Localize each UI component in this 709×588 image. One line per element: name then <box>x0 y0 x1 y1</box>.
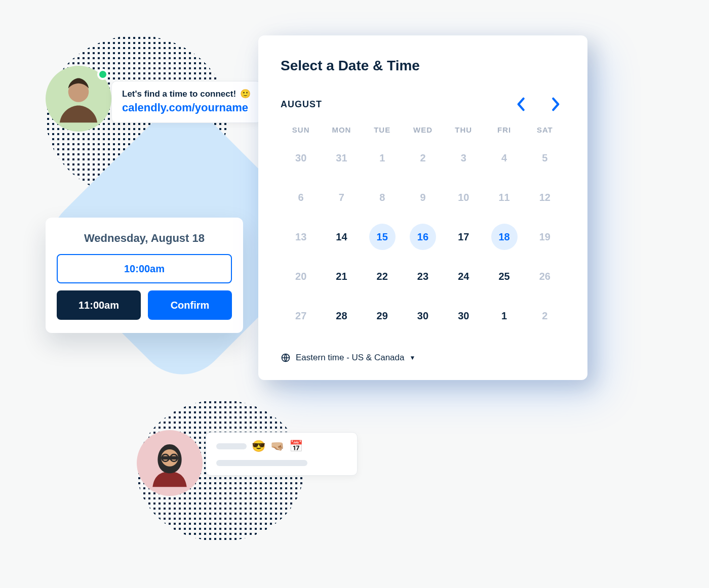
next-month-button[interactable] <box>547 95 565 113</box>
calendar-panel: Select a Date & Time AUGUST SUN MON TUE … <box>258 35 587 380</box>
calendar-day-disabled: 11 <box>484 192 524 203</box>
dropdown-caret-icon: ▼ <box>409 354 415 361</box>
calendar-week-row: 13141516171819 <box>281 217 565 257</box>
calendar-day[interactable]: 30 <box>443 310 484 322</box>
prev-month-button[interactable] <box>511 95 530 113</box>
calendar-day-number: 23 <box>417 271 428 282</box>
calendar-day-disabled: 2 <box>525 310 565 322</box>
calendar-week-row: 6789101112 <box>281 178 565 217</box>
calendar-day-disabled: 19 <box>525 231 565 243</box>
calendar-day-number: 2 <box>542 310 547 322</box>
time-picker-card: Wednesday, August 18 10:00am 11:00am Con… <box>46 218 243 333</box>
calendar-day-number: 16 <box>417 231 428 243</box>
calendar-day[interactable]: 28 <box>321 310 362 322</box>
calendar-day-number: 4 <box>501 152 507 164</box>
timezone-label: Eastern time - US & Canada <box>296 353 404 363</box>
calendar-day-number: 19 <box>539 231 550 243</box>
calendar-day-number: 21 <box>336 271 347 282</box>
calendar-grid: 3031123456789101112131415161718192021222… <box>281 138 565 335</box>
calendar-day[interactable]: 30 <box>403 310 443 322</box>
dow-fri: FRI <box>484 125 524 134</box>
calendar-day-number: 14 <box>336 231 347 243</box>
dow-sun: SUN <box>281 125 321 134</box>
person-icon <box>142 436 197 490</box>
calendar-day[interactable]: 21 <box>321 271 362 282</box>
calendar-day-disabled: 12 <box>525 192 565 203</box>
calendar-day-number: 30 <box>295 152 306 164</box>
dow-sat: SAT <box>525 125 565 134</box>
smile-emoji: 🙂 <box>240 89 251 99</box>
presence-online-dot <box>97 69 108 80</box>
chat-bubble-reply: 😎 🤜🏼 📅 <box>206 432 358 476</box>
calendar-day-available[interactable]: 15 <box>362 231 403 243</box>
calendar-day-number: 26 <box>539 271 550 282</box>
calendar-day-number: 15 <box>377 231 388 243</box>
calendar-day-disabled: 8 <box>362 192 403 203</box>
calendar-day-number: 8 <box>379 192 385 203</box>
calendar-day[interactable]: 24 <box>443 271 484 282</box>
calendar-day-disabled: 27 <box>281 310 321 322</box>
calendar-day-number: 29 <box>377 310 388 322</box>
time-slot-11am-selected[interactable]: 11:00am <box>57 290 141 320</box>
scheduling-link[interactable]: calendly.com/yourname <box>122 101 251 114</box>
calendar-day[interactable]: 23 <box>403 271 443 282</box>
calendar-weekday-header: SUN MON TUE WED THU FRI SAT <box>281 125 565 134</box>
dow-tue: TUE <box>362 125 403 134</box>
calendar-day[interactable]: 29 <box>362 310 403 322</box>
calendar-day-disabled: 9 <box>403 192 443 203</box>
calendar-day-number: 17 <box>458 231 469 243</box>
calendar-day-number: 25 <box>498 271 509 282</box>
calendar-day[interactable]: 1 <box>484 310 524 322</box>
calendar-day-number: 24 <box>458 271 469 282</box>
calendar-day-disabled: 3 <box>443 152 484 164</box>
calendar-day-number: 7 <box>339 192 344 203</box>
globe-icon <box>281 353 291 363</box>
calendar-week-row: 303112345 <box>281 138 565 178</box>
calendar-day-number: 3 <box>461 152 466 164</box>
timezone-selector[interactable]: Eastern time - US & Canada ▼ <box>281 353 565 363</box>
calendar-day-disabled: 5 <box>525 152 565 164</box>
calendar-month-label: AUGUST <box>281 99 322 110</box>
calendar-day-disabled: 4 <box>484 152 524 164</box>
calendar-day-number: 13 <box>295 231 306 243</box>
calendar-day-number: 27 <box>295 310 306 322</box>
dow-thu: THU <box>443 125 484 134</box>
calendar-day-number: 1 <box>379 152 385 164</box>
calendar-day-available[interactable]: 16 <box>403 231 443 243</box>
calendar-day-disabled: 30 <box>281 152 321 164</box>
calendar-day-disabled: 6 <box>281 192 321 203</box>
calendar-day[interactable]: 17 <box>443 231 484 243</box>
dow-wed: WED <box>403 125 443 134</box>
time-slot-10am[interactable]: 10:00am <box>57 254 232 283</box>
calendar-day-disabled: 1 <box>362 152 403 164</box>
svg-rect-3 <box>161 456 178 460</box>
calendar-day-number: 1 <box>501 310 507 322</box>
avatar-user-1 <box>46 66 111 132</box>
calendar-day-number: 11 <box>498 192 509 203</box>
calendar-day[interactable]: 14 <box>321 231 362 243</box>
calendar-day-number: 22 <box>377 271 388 282</box>
calendar-day-number: 18 <box>498 231 509 243</box>
calendar-day[interactable]: 22 <box>362 271 403 282</box>
calendar-day-number: 28 <box>336 310 347 322</box>
chat-prompt-text: Let's find a time to connect! <box>122 89 236 99</box>
confirm-button[interactable]: Confirm <box>148 290 232 320</box>
calendar-day-number: 2 <box>420 152 425 164</box>
calendar-day[interactable]: 25 <box>484 271 524 282</box>
calendar-day-available[interactable]: 18 <box>484 231 524 243</box>
calendar-day-number: 31 <box>336 152 347 164</box>
avatar-user-2 <box>137 430 203 496</box>
text-placeholder-line <box>216 443 247 449</box>
calendar-week-row: 272829303012 <box>281 296 565 335</box>
calendar-day-disabled: 26 <box>525 271 565 282</box>
calendar-week-row: 20212223242526 <box>281 257 565 296</box>
calendar-day-number: 30 <box>417 310 428 322</box>
calendar-day-disabled: 10 <box>443 192 484 203</box>
calendar-day-disabled: 31 <box>321 152 362 164</box>
reply-emojis: 😎 🤜🏼 📅 <box>252 440 304 453</box>
text-placeholder-line <box>216 460 307 466</box>
calendar-day-number: 30 <box>458 310 469 322</box>
calendar-day-number: 9 <box>420 192 425 203</box>
chevron-right-icon <box>552 97 561 111</box>
calendar-day-number: 5 <box>542 152 547 164</box>
